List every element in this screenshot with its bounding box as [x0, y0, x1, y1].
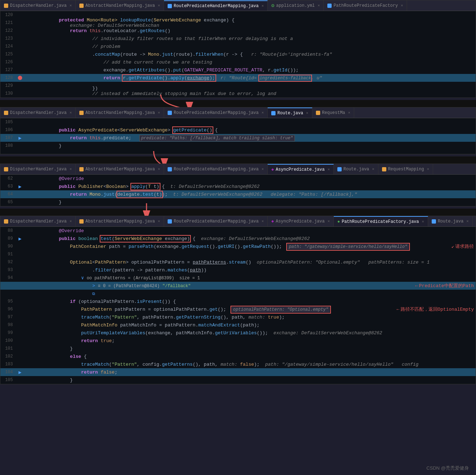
close-icon[interactable]: × [262, 111, 264, 115]
line-number: 104 [0, 370, 16, 375]
close-icon[interactable]: × [158, 4, 160, 8]
method-getURI: getURI [218, 244, 234, 249]
tab-dispatcher-2[interactable]: DispatcherHandler.java × [0, 108, 76, 118]
line-number: 102 [0, 354, 16, 359]
close-icon[interactable]: × [262, 4, 264, 8]
tab-label: AsyncPredicate.java [276, 219, 325, 224]
close-icon[interactable]: × [422, 220, 424, 224]
type-exchange: ServerWebExchange [154, 18, 201, 23]
tab-label: Route.java [438, 219, 463, 224]
tab-dispatcher-3[interactable]: DispatcherHandler.java × [0, 164, 76, 174]
tab-label: RoutePredicateHandlerMapping.java [174, 110, 259, 115]
tab-route-4[interactable]: Route.java × [428, 216, 473, 226]
close-icon[interactable]: × [327, 219, 330, 224]
close-icon[interactable]: × [69, 4, 72, 8]
tab-abstract-4[interactable]: AbstractHandlerMapping.java × [76, 216, 164, 226]
tab-dispatcher-4[interactable]: DispatcherHandler.java × [0, 216, 76, 226]
java-icon [382, 167, 386, 171]
tab-path-factory-4[interactable]: ● PathRoutePredicateFactory.java × [334, 216, 428, 226]
line-number [0, 291, 16, 296]
tab-abstract-3[interactable]: AbstractHandlerMapping.java × [76, 164, 164, 174]
tab-bar-3: DispatcherHandler.java × AbstractHandler… [0, 164, 476, 175]
close-icon[interactable]: × [427, 167, 429, 171]
tab-route-predicate-1[interactable]: RoutePredicateHandlerMapping.java × [164, 0, 268, 11]
tab-abstract-2[interactable]: AbstractHandlerMapping.java × [76, 108, 164, 118]
code-line-130: 130 // instead of immediately stopping m… [0, 90, 476, 98]
tab-label: DispatcherHandler.java [10, 167, 66, 172]
method-parsePath: parsePath [129, 244, 154, 249]
tab-route-predicate-3[interactable]: RoutePredicateHandlerMapping.java × [164, 164, 268, 174]
tab-abstract-1[interactable]: AbstractHandlerMapping.java × [76, 0, 164, 11]
line-number: 128 [0, 75, 16, 80]
close-icon[interactable]: × [327, 168, 330, 172]
close-icon[interactable]: × [318, 4, 320, 8]
close-icon[interactable]: × [69, 167, 72, 171]
panel-3: DispatcherHandler.java × AbstractHandler… [0, 164, 476, 206]
tab-label: AbstractHandlerMapping.java [85, 167, 155, 172]
line-number: 62 [0, 176, 16, 181]
tab-yaml-1[interactable]: ⚙ application.yml × [268, 0, 324, 11]
close-icon[interactable]: × [306, 111, 308, 115]
tab-request-4[interactable]: RequestMappingInfoHand × [473, 216, 476, 226]
method-apply: apply [170, 75, 184, 81]
close-icon[interactable]: × [348, 111, 351, 115]
tab-bar-2: DispatcherHandler.java × AbstractHandler… [0, 108, 476, 118]
tab-label: DispatcherHandler.java [10, 3, 66, 8]
java-icon [4, 167, 8, 171]
type-mono: Mono<Route> [87, 18, 118, 23]
tab-dispatcher-1[interactable]: DispatcherHandler.java × [0, 0, 76, 11]
arrow-section-1 [0, 100, 476, 107]
line-number: 99 [0, 330, 16, 335]
tab-async-4[interactable]: ◆ AsyncPredicate.java × [268, 216, 334, 226]
tab-label: RoutePredicateHandlerMapping.java [174, 4, 259, 9]
gutter-128 [16, 76, 24, 80]
code-content: } [24, 372, 476, 384]
tab-label: AbstractHandlerMapping.java [85, 3, 155, 8]
java-icon [316, 111, 320, 115]
code-content: } [24, 138, 476, 154]
close-icon[interactable]: × [158, 219, 160, 224]
tab-path-factory-1[interactable]: PathRoutePredicateFactory × [324, 0, 407, 11]
close-icon[interactable]: × [69, 111, 72, 115]
line-number: 89 [0, 236, 16, 241]
gutter-104: ▶ [16, 369, 24, 375]
tab-async-3[interactable]: ◆ AsyncPredicate.java × [268, 164, 334, 174]
line-number: 107 [0, 135, 16, 140]
close-icon[interactable]: × [466, 219, 469, 224]
line-number: 129 [0, 83, 16, 88]
line-number: 98 [0, 322, 16, 328]
code-line-90: 90 PathContainer path = parsePath(exchan… [0, 242, 476, 250]
execution-arrow: ▶ [19, 135, 21, 141]
line-number: 65 [0, 200, 16, 205]
code-area-2: 105 106 public AsyncPredicate<ServerWebE… [0, 118, 476, 154]
close-icon[interactable]: × [69, 219, 72, 224]
tab-request-2[interactable]: RequestMa × [312, 108, 354, 118]
tab-request-3[interactable]: RequestMapping × [378, 164, 433, 174]
tab-route-predicate-2[interactable]: RoutePredicateHandlerMapping.java × [164, 108, 268, 118]
tab-route-2[interactable]: Route.java × [268, 108, 312, 118]
close-icon[interactable]: × [262, 167, 264, 171]
java-icon [4, 4, 8, 8]
close-icon[interactable]: × [372, 167, 375, 171]
tab-label: Route.java [277, 111, 303, 116]
tab-label: RequestMa [322, 110, 345, 115]
code-line-65: 65 } [0, 198, 476, 206]
yaml-icon: ⚙ [271, 2, 274, 9]
tab-route-predicate-4[interactable]: RoutePredicateHandlerMapping.java × [164, 216, 268, 226]
line-number: 63 [0, 184, 16, 189]
tab-label: DispatcherHandler.java [10, 219, 66, 224]
tab-label: AbstractHandlerMapping.java [85, 219, 155, 224]
tab-label: PathRoutePredicateFactory [333, 3, 398, 8]
close-icon[interactable]: × [262, 219, 264, 224]
method-getPredicate: getPredicate [129, 75, 162, 81]
debug-path-90: path: "/gateway/simple-service/hello/say… [287, 244, 408, 250]
csdn-watermark: CSDN @禿禿爱健身 [426, 465, 469, 471]
close-icon[interactable]: × [401, 4, 403, 8]
type-pathcontainer: PathContainer [70, 244, 106, 249]
line-number: 94 [0, 275, 16, 280]
code-content: // instead of immediately stopping main … [24, 86, 476, 98]
close-icon[interactable]: × [158, 111, 160, 115]
outlined-debug: ingredients-fallback [259, 76, 311, 81]
close-icon[interactable]: × [158, 167, 160, 171]
tab-route-3[interactable]: Route.java × [334, 164, 378, 174]
